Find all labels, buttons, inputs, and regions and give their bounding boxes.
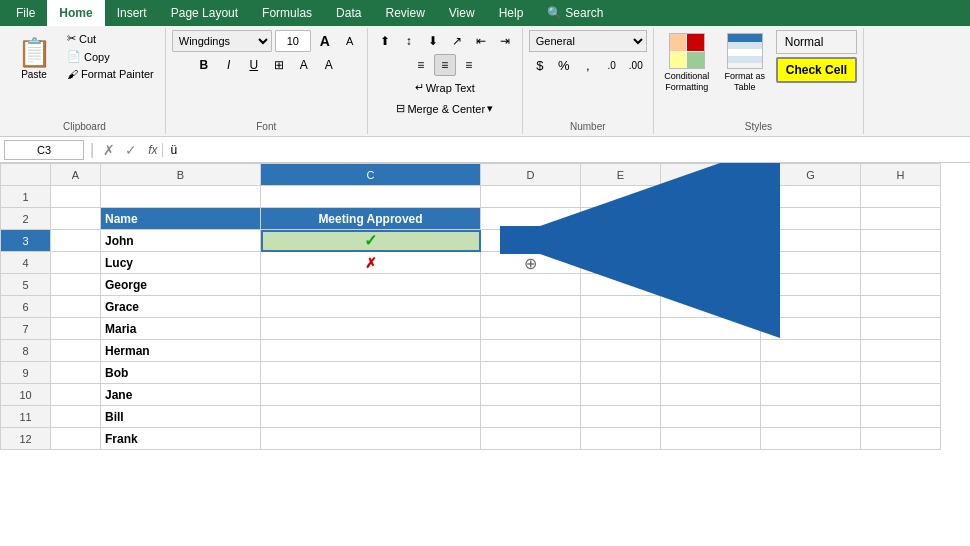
cell-g2[interactable]	[761, 208, 861, 230]
underline-button[interactable]: U	[243, 54, 265, 76]
align-top-button[interactable]: ⬆	[374, 30, 396, 52]
sheet-container[interactable]: A B C D E F G H 12NameMeeting Approved3J…	[0, 163, 970, 546]
cell-g12[interactable]	[761, 428, 861, 450]
tab-view[interactable]: View	[437, 0, 487, 26]
tab-help[interactable]: Help	[487, 0, 536, 26]
copy-button[interactable]: 📄 Copy	[62, 48, 159, 65]
col-header-a[interactable]: A	[51, 164, 101, 186]
cell-b4[interactable]: Lucy	[101, 252, 261, 274]
number-format-select[interactable]: General	[529, 30, 647, 52]
row-header-7[interactable]: 7	[1, 318, 51, 340]
cell-d4[interactable]: ⊕	[481, 252, 581, 274]
cut-button[interactable]: ✂ Cut	[62, 30, 159, 47]
cell-g7[interactable]	[761, 318, 861, 340]
tab-review[interactable]: Review	[373, 0, 436, 26]
cell-f10[interactable]	[661, 384, 761, 406]
cell-c1[interactable]	[261, 186, 481, 208]
tab-page-layout[interactable]: Page Layout	[159, 0, 250, 26]
cell-a6[interactable]	[51, 296, 101, 318]
col-header-b[interactable]: B	[101, 164, 261, 186]
font-family-select[interactable]: Wingdings	[172, 30, 272, 52]
row-header-10[interactable]: 10	[1, 384, 51, 406]
row-header-3[interactable]: 3	[1, 230, 51, 252]
cell-h9[interactable]	[861, 362, 941, 384]
cell-h3[interactable]	[861, 230, 941, 252]
cell-h2[interactable]	[861, 208, 941, 230]
tab-search[interactable]: 🔍 Search	[535, 0, 615, 26]
row-header-1[interactable]: 1	[1, 186, 51, 208]
cell-e5[interactable]	[581, 274, 661, 296]
cell-b7[interactable]: Maria	[101, 318, 261, 340]
cell-b6[interactable]: Grace	[101, 296, 261, 318]
name-box[interactable]	[4, 140, 84, 160]
cell-c2[interactable]: Meeting Approved	[261, 208, 481, 230]
cell-b10[interactable]: Jane	[101, 384, 261, 406]
cell-c11[interactable]	[261, 406, 481, 428]
italic-button[interactable]: I	[218, 54, 240, 76]
col-header-c[interactable]: C	[261, 164, 481, 186]
cell-c5[interactable]	[261, 274, 481, 296]
cell-h11[interactable]	[861, 406, 941, 428]
cell-f9[interactable]	[661, 362, 761, 384]
cell-g9[interactable]	[761, 362, 861, 384]
cell-c9[interactable]	[261, 362, 481, 384]
check-cell-button[interactable]: Check Cell	[776, 57, 857, 83]
cell-c8[interactable]	[261, 340, 481, 362]
tab-file[interactable]: File	[4, 0, 47, 26]
normal-style-button[interactable]: Normal	[776, 30, 857, 54]
col-header-h[interactable]: H	[861, 164, 941, 186]
font-size-input[interactable]	[275, 30, 311, 52]
cell-a8[interactable]	[51, 340, 101, 362]
cell-b12[interactable]: Frank	[101, 428, 261, 450]
cell-f6[interactable]	[661, 296, 761, 318]
cell-d10[interactable]	[481, 384, 581, 406]
cell-a3[interactable]	[51, 230, 101, 252]
cell-f11[interactable]	[661, 406, 761, 428]
align-middle-button[interactable]: ↕	[398, 30, 420, 52]
cell-d11[interactable]	[481, 406, 581, 428]
row-header-2[interactable]: 2	[1, 208, 51, 230]
cell-e7[interactable]	[581, 318, 661, 340]
cell-h10[interactable]	[861, 384, 941, 406]
tab-home[interactable]: Home	[47, 0, 104, 26]
cell-c7[interactable]	[261, 318, 481, 340]
wrap-text-button[interactable]: ↵ Wrap Text	[410, 78, 480, 97]
tab-insert[interactable]: Insert	[105, 0, 159, 26]
cell-b11[interactable]: Bill	[101, 406, 261, 428]
col-header-d[interactable]: D	[481, 164, 581, 186]
cell-c3[interactable]: ✓	[261, 230, 481, 252]
cell-d7[interactable]	[481, 318, 581, 340]
cell-h5[interactable]	[861, 274, 941, 296]
cell-b5[interactable]: George	[101, 274, 261, 296]
cell-e2[interactable]	[581, 208, 661, 230]
cell-e11[interactable]	[581, 406, 661, 428]
row-header-12[interactable]: 12	[1, 428, 51, 450]
cell-a12[interactable]	[51, 428, 101, 450]
col-header-g[interactable]: G	[761, 164, 861, 186]
row-header-6[interactable]: 6	[1, 296, 51, 318]
cell-b1[interactable]	[101, 186, 261, 208]
cell-d9[interactable]	[481, 362, 581, 384]
cell-g11[interactable]	[761, 406, 861, 428]
cell-g8[interactable]	[761, 340, 861, 362]
cell-g1[interactable]	[761, 186, 861, 208]
align-left-button[interactable]: ≡	[410, 54, 432, 76]
cell-a10[interactable]	[51, 384, 101, 406]
cell-c4[interactable]: ✗	[261, 252, 481, 274]
indent-button[interactable]: ⇤	[470, 30, 492, 52]
cell-e1[interactable]	[581, 186, 661, 208]
tab-formulas[interactable]: Formulas	[250, 0, 324, 26]
cell-a5[interactable]	[51, 274, 101, 296]
outdent-button[interactable]: ⇥	[494, 30, 516, 52]
cell-f7[interactable]	[661, 318, 761, 340]
formula-cancel-button[interactable]: ✗	[100, 142, 118, 158]
cell-e6[interactable]	[581, 296, 661, 318]
paste-button[interactable]: 📋 Paste	[10, 30, 58, 88]
cell-c10[interactable]	[261, 384, 481, 406]
cell-a9[interactable]	[51, 362, 101, 384]
cell-f5[interactable]	[661, 274, 761, 296]
cell-c12[interactable]	[261, 428, 481, 450]
col-header-e[interactable]: E	[581, 164, 661, 186]
cell-g10[interactable]	[761, 384, 861, 406]
cell-f2[interactable]	[661, 208, 761, 230]
